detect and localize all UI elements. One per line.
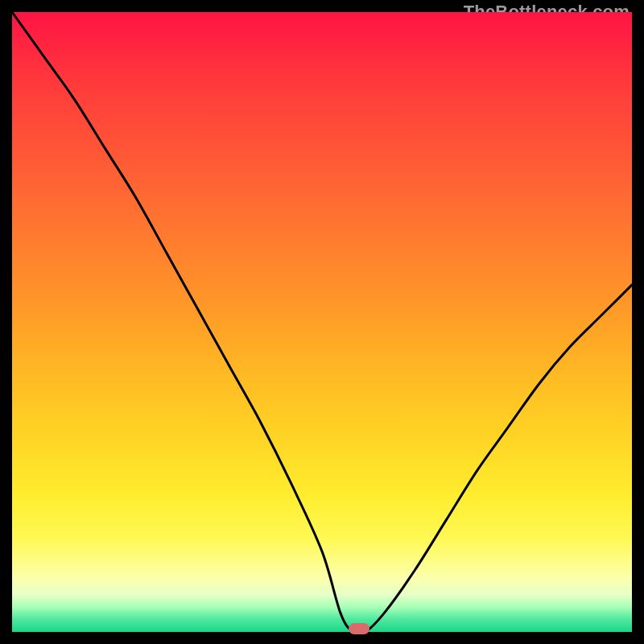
optimal-marker — [349, 623, 369, 634]
chart-frame: TheBottleneck.com — [0, 0, 644, 644]
bottleneck-curve — [12, 12, 632, 632]
chart-plot-area — [12, 12, 632, 632]
